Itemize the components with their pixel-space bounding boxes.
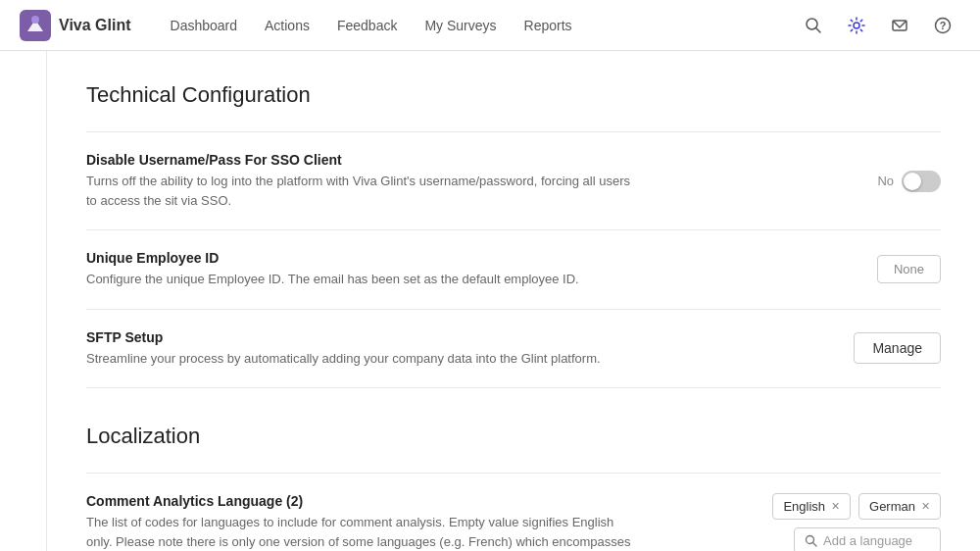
search-icon-button[interactable] xyxy=(796,8,831,43)
comment-analytics-info: Comment Analytics Language (2) The list … xyxy=(86,493,772,551)
comment-analytics-label: Comment Analytics Language (2) xyxy=(86,493,749,509)
sftp-info: SFTP Setup Streamline your process by au… xyxy=(86,329,854,369)
sso-toggle-knob xyxy=(904,173,921,190)
localization-title: Localization xyxy=(86,424,941,449)
employee-id-label: Unique Employee ID xyxy=(86,250,854,266)
language-tag-german: German ✕ xyxy=(858,493,941,520)
employee-id-desc: Configure the unique Employee ID. The em… xyxy=(86,270,635,289)
nav-icon-group: ? xyxy=(796,8,960,43)
help-icon-button[interactable]: ? xyxy=(925,8,960,43)
sso-row: Disable Username/Pass For SSO Client Tur… xyxy=(86,132,941,230)
comment-analytics-row: Comment Analytics Language (2) The list … xyxy=(86,474,941,551)
nav-dashboard[interactable]: Dashboard xyxy=(159,12,250,39)
settings-icon-button[interactable] xyxy=(839,8,874,43)
language-tag-english-close[interactable]: ✕ xyxy=(831,500,840,513)
brand-logo-icon xyxy=(20,10,51,41)
sftp-desc: Streamline your process by automatically… xyxy=(86,349,635,369)
top-navigation: Viva Glint Dashboard Actions Feedback My… xyxy=(0,0,980,51)
language-tag-german-close[interactable]: ✕ xyxy=(921,500,930,513)
sso-desc: Turns off the ability to log into the pl… xyxy=(86,172,635,210)
sso-control: No xyxy=(877,171,941,192)
nav-reports[interactable]: Reports xyxy=(513,12,584,39)
search-icon-small xyxy=(805,534,817,547)
language-control: English ✕ German ✕ xyxy=(772,493,941,551)
comment-analytics-control: English ✕ German ✕ xyxy=(772,493,941,551)
language-tag-english-label: English xyxy=(783,499,825,514)
language-tag-german-label: German xyxy=(869,499,915,514)
nav-links: Dashboard Actions Feedback My Surveys Re… xyxy=(159,12,796,39)
sftp-label: SFTP Setup xyxy=(86,329,830,345)
sidebar xyxy=(0,51,47,551)
employee-id-info: Unique Employee ID Configure the unique … xyxy=(86,250,877,289)
svg-point-2 xyxy=(31,16,39,24)
employee-id-control: None xyxy=(877,255,941,283)
technical-config-title: Technical Configuration xyxy=(86,82,941,108)
nav-actions[interactable]: Actions xyxy=(253,12,321,39)
brand[interactable]: Viva Glint xyxy=(20,10,131,41)
comment-analytics-desc: The list of codes for languages to inclu… xyxy=(86,513,635,551)
mail-icon-button[interactable] xyxy=(882,8,917,43)
sso-info: Disable Username/Pass For SSO Client Tur… xyxy=(86,152,877,210)
search-icon xyxy=(805,17,822,34)
language-tag-english: English ✕ xyxy=(772,493,851,520)
add-language-placeholder: Add a language xyxy=(823,533,912,548)
employee-id-select[interactable]: None xyxy=(877,255,941,283)
nav-feedback[interactable]: Feedback xyxy=(325,12,409,39)
svg-line-4 xyxy=(816,27,821,32)
language-tags: English ✕ German ✕ xyxy=(772,493,941,520)
svg-line-10 xyxy=(813,543,817,547)
gear-icon xyxy=(848,17,865,34)
sso-toggle-label: No xyxy=(877,174,894,188)
mail-icon xyxy=(891,17,908,34)
sftp-manage-button[interactable]: Manage xyxy=(854,332,941,364)
sftp-control: Manage xyxy=(854,332,941,364)
sso-label: Disable Username/Pass For SSO Client xyxy=(86,152,854,168)
sso-toggle-container: No xyxy=(877,171,941,192)
help-icon: ? xyxy=(934,17,952,34)
layout: Technical Configuration Disable Username… xyxy=(0,51,980,551)
sso-toggle[interactable] xyxy=(902,171,941,192)
svg-point-5 xyxy=(854,23,859,28)
main-content: Technical Configuration Disable Username… xyxy=(47,51,980,551)
svg-text:?: ? xyxy=(940,20,947,31)
brand-name: Viva Glint xyxy=(59,17,131,34)
localization-section: Localization Comment Analytics Language … xyxy=(86,424,941,551)
add-language-input[interactable]: Add a language xyxy=(794,527,941,551)
employee-id-row: Unique Employee ID Configure the unique … xyxy=(86,230,941,310)
nav-mysurveys[interactable]: My Surveys xyxy=(413,12,508,39)
sftp-row: SFTP Setup Streamline your process by au… xyxy=(86,310,941,389)
